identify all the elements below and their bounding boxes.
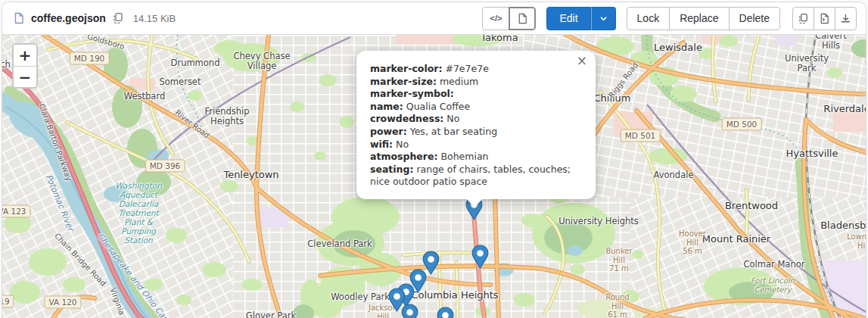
file-header: coffee.geojson 14.15 KiB </> Edit Lock R… — [2, 2, 866, 35]
feature-popup: × marker-color: #7e7e7emarker-size: medi… — [356, 51, 596, 199]
copy-contents-button[interactable] — [792, 7, 814, 30]
popup-property: wifi: No — [370, 139, 580, 151]
lock-button[interactable]: Lock — [627, 7, 670, 30]
icon-actions-group — [792, 7, 857, 30]
open-raw-button[interactable] — [814, 7, 835, 30]
map-marker[interactable] — [401, 304, 418, 318]
delete-button[interactable]: Delete — [729, 7, 780, 30]
zoom-out-button[interactable]: − — [14, 66, 36, 87]
replace-button[interactable]: Replace — [669, 7, 729, 30]
display-source-button[interactable]: </> — [482, 7, 509, 30]
view-toggle-group: </> — [482, 7, 536, 30]
popup-property: power: Yes, at bar seating — [370, 126, 580, 139]
file-size: 14.15 KiB — [133, 13, 176, 24]
popup-property: name: Qualia Coffee — [370, 101, 580, 114]
edit-split-button: Edit — [546, 7, 615, 30]
edit-dropdown-button[interactable] — [591, 7, 616, 30]
popup-property: marker-color: #7e7e7e — [370, 63, 580, 76]
map-marker[interactable] — [471, 245, 489, 269]
popup-property: seating: range of chairs, tables, couche… — [370, 164, 580, 189]
clipboard-icon — [798, 13, 809, 24]
popup-property: crowdedness: No — [370, 113, 580, 126]
popup-properties: marker-color: #7e7e7emarker-size: medium… — [370, 63, 580, 189]
file-actions-group: Lock Replace Delete — [627, 7, 780, 30]
raw-file-icon — [819, 13, 830, 24]
zoom-control: + − — [12, 43, 38, 89]
map-canvas[interactable]: TakomaTenleytownColumbia HeightsChillumL… — [2, 35, 866, 318]
code-icon: </> — [490, 14, 502, 23]
popup-tail — [466, 198, 483, 207]
zoom-in-button[interactable]: + — [14, 45, 36, 66]
file-name: coffee.geojson — [31, 12, 106, 24]
rendered-file-icon — [517, 13, 528, 24]
file-icon — [13, 12, 25, 24]
popup-property: marker-size: medium — [370, 76, 580, 89]
popup-property: marker-symbol: — [370, 88, 580, 101]
popup-close-button[interactable]: × — [575, 53, 589, 69]
download-button[interactable] — [835, 7, 857, 30]
display-rendered-button[interactable] — [509, 7, 536, 30]
chevron-down-icon — [599, 14, 608, 23]
popup-property: atmosphere: Bohemian — [370, 151, 580, 164]
copy-path-icon[interactable] — [112, 12, 124, 24]
map-marker[interactable] — [437, 307, 454, 318]
edit-button[interactable]: Edit — [546, 7, 590, 30]
download-icon — [840, 13, 851, 24]
file-viewer-card: coffee.geojson 14.15 KiB </> Edit Lock R… — [2, 2, 866, 318]
